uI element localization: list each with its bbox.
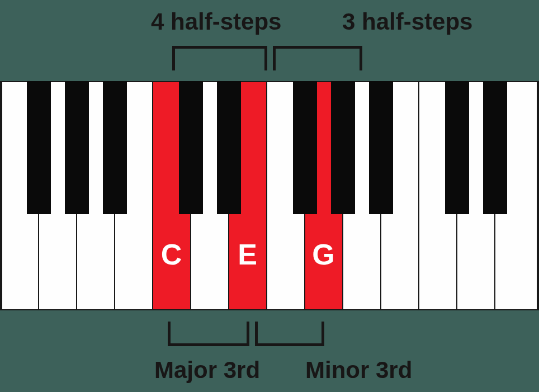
black-key-6 [331,81,355,214]
note-label-c: C [153,238,190,271]
black-key-0 [27,81,51,214]
black-key-8 [445,81,469,214]
bracket-bottom-left [168,322,249,346]
note-label-g: G [305,238,342,271]
label-bottom-right: Minor 3rd [305,357,412,384]
piano-keyboard: C E G [0,81,539,310]
bracket-bottom-right [255,322,324,346]
black-key-9 [483,81,507,214]
black-key-1 [65,81,89,214]
black-key-7 [369,81,393,214]
black-key-5 [293,81,317,214]
bracket-top-right [273,46,362,70]
black-key-2 [103,81,127,214]
black-key-4 [217,81,241,214]
black-key-3 [179,81,203,214]
label-top-right: 3 half-steps [342,8,472,35]
label-top-left: 4 half-steps [151,8,281,35]
label-bottom-left: Major 3rd [154,357,260,384]
note-label-e: E [229,238,266,271]
bracket-top-left [172,46,267,70]
chord-diagram: 4 half-steps 3 half-steps C E G [0,0,539,392]
